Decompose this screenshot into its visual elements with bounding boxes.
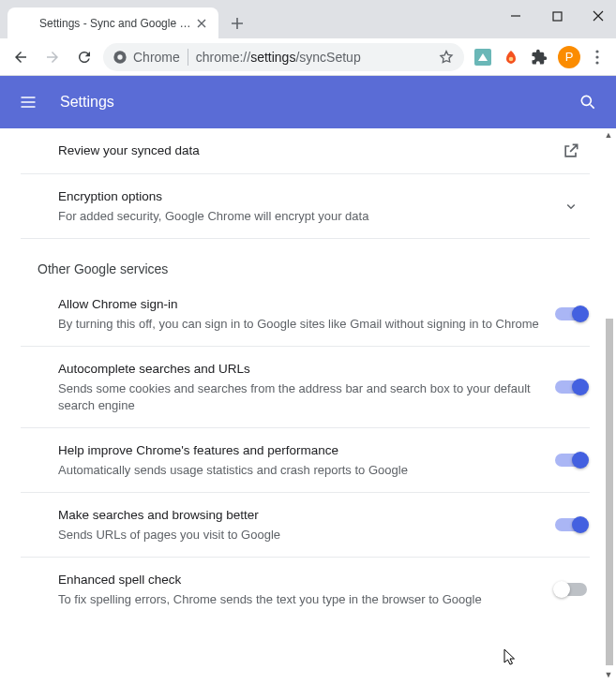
page-title: Settings: [60, 94, 114, 111]
svg-point-5: [595, 50, 598, 52]
toggle-switch[interactable]: [555, 583, 587, 596]
site-chip-label: Chrome: [133, 50, 180, 65]
browser-toolbar: Chrome chrome://settings/syncSetup P: [0, 38, 616, 76]
browser-tab[interactable]: Settings - Sync and Google servic: [8, 7, 218, 38]
setting-row: Enhanced spell checkTo fix spelling erro…: [21, 558, 590, 621]
extension-icon-2[interactable]: [502, 48, 520, 67]
address-bar[interactable]: Chrome chrome://settings/syncSetup: [103, 43, 464, 71]
extension-icons: P: [470, 46, 608, 68]
row-title: Help improve Chrome's features and perfo…: [58, 441, 541, 460]
svg-rect-0: [553, 12, 562, 21]
forward-button: [39, 44, 66, 70]
close-icon[interactable]: [194, 16, 209, 31]
settings-header: Settings: [0, 76, 616, 128]
toggle-switch[interactable]: [555, 518, 587, 531]
hamburger-icon[interactable]: [19, 93, 38, 112]
row-title: Enhanced spell check: [58, 571, 541, 589]
setting-row: Make searches and browsing betterSends U…: [21, 493, 590, 558]
kebab-menu-icon[interactable]: [590, 50, 605, 65]
chrome-icon: [113, 50, 128, 65]
review-synced-data-row[interactable]: Review your synced data: [21, 128, 590, 174]
scrollbar-thumb[interactable]: [606, 319, 613, 665]
svg-point-4: [509, 56, 514, 61]
row-title: Allow Chrome sign-in: [58, 295, 541, 314]
window-minimize-button[interactable]: [503, 4, 528, 28]
search-icon[interactable]: [578, 93, 597, 112]
encryption-options-row[interactable]: Encryption options For added security, G…: [21, 174, 590, 239]
row-subtitle: Automatically sends usage statistics and…: [58, 462, 541, 479]
row-subtitle: By turning this off, you can sign in to …: [58, 316, 541, 333]
section-header-other-services: Other Google services: [21, 239, 590, 282]
profile-avatar[interactable]: P: [558, 46, 580, 68]
svg-point-7: [595, 61, 598, 64]
toggle-switch[interactable]: [555, 307, 587, 320]
new-tab-button[interactable]: [224, 10, 250, 37]
row-title: Autocomplete searches and URLs: [58, 360, 541, 379]
window-maximize-button[interactable]: [545, 4, 569, 28]
chevron-down-icon[interactable]: [552, 198, 590, 215]
row-subtitle: For added security, Google Chrome will e…: [58, 208, 541, 225]
scrollbar-down-arrow[interactable]: ▼: [604, 670, 613, 679]
row-title: Encryption options: [58, 187, 541, 206]
tab-title: Settings - Sync and Google servic: [39, 17, 194, 30]
setting-row: Autocomplete searches and URLsSends some…: [21, 347, 590, 428]
bookmark-star-icon[interactable]: [438, 49, 455, 66]
row-subtitle: Sends URLs of pages you visit to Google: [58, 527, 541, 544]
setting-row: Allow Chrome sign-inBy turning this off,…: [21, 282, 590, 347]
svg-point-8: [581, 96, 591, 105]
extension-icon-1[interactable]: [473, 48, 492, 67]
toggle-switch[interactable]: [555, 454, 587, 467]
window-close-button[interactable]: [586, 4, 610, 28]
reload-button[interactable]: [71, 44, 98, 70]
scrollbar-up-arrow[interactable]: ▲: [604, 130, 613, 140]
setting-row: Help improve Chrome's features and perfo…: [21, 428, 590, 493]
site-chip: Chrome: [113, 50, 180, 65]
window-titlebar: Settings - Sync and Google servic: [0, 0, 616, 38]
back-button[interactable]: [8, 44, 34, 70]
row-title: Make searches and browsing better: [58, 506, 541, 525]
gear-icon: [17, 16, 32, 31]
open-external-icon[interactable]: [552, 141, 590, 160]
toggle-switch[interactable]: [555, 380, 587, 394]
row-subtitle: Sends some cookies and searches from the…: [58, 380, 541, 414]
extensions-puzzle-icon[interactable]: [530, 48, 548, 67]
row-title: Review your synced data: [58, 141, 541, 160]
url-text: chrome://settings/syncSetup: [196, 50, 430, 65]
svg-point-6: [595, 55, 598, 58]
row-subtitle: To fix spelling errors, Chrome sends the…: [58, 591, 541, 608]
svg-point-2: [117, 54, 122, 59]
separator: [188, 49, 188, 66]
